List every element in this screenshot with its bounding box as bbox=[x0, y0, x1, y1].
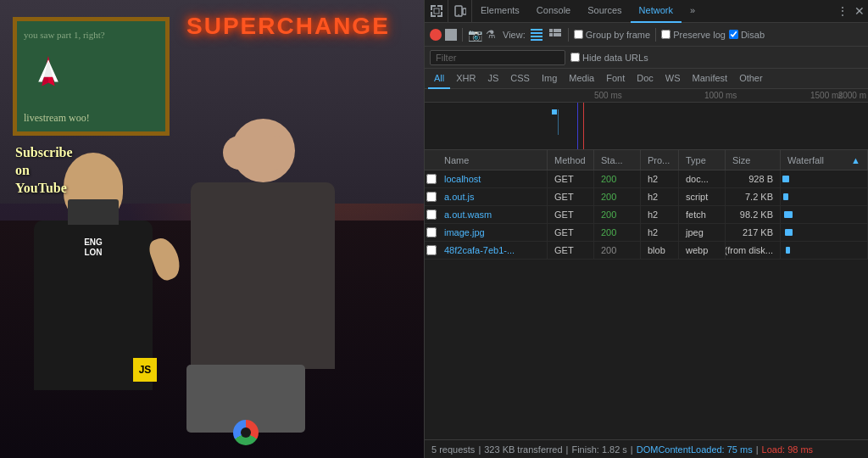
resource-tab-media[interactable]: Media bbox=[563, 69, 600, 89]
timeline-area: 500 ms 1000 ms 1500 ms 2000 m bbox=[425, 89, 868, 150]
svg-rect-16 bbox=[554, 29, 561, 32]
td-name-1: a.out.js bbox=[437, 188, 548, 206]
preserve-log-checkbox[interactable] bbox=[661, 30, 670, 39]
person-right-head bbox=[231, 119, 295, 182]
tab-console[interactable]: Console bbox=[528, 0, 579, 23]
load-line bbox=[583, 103, 584, 150]
resource-tab-manifest[interactable]: Manifest bbox=[687, 69, 734, 89]
status-finish: Finish: 1.82 s bbox=[571, 444, 626, 455]
chalk-livestream: livestream woo! bbox=[24, 112, 90, 125]
wf-bar-0 bbox=[782, 176, 789, 182]
table-header: Name Method Sta... Pro... Type Size Wate… bbox=[425, 150, 868, 170]
hide-data-urls-label[interactable]: Hide data URLs bbox=[570, 53, 648, 63]
filter-bar: Hide data URLs bbox=[425, 47, 868, 69]
tab-more[interactable]: » bbox=[682, 0, 704, 23]
ruler-mark-500: 500 ms bbox=[594, 91, 622, 100]
record-button[interactable] bbox=[430, 29, 442, 41]
status-transferred: 323 KB transferred bbox=[484, 444, 562, 455]
timeline-ruler: 500 ms 1000 ms 1500 ms 2000 m bbox=[425, 89, 868, 103]
td-waterfall-1 bbox=[781, 188, 868, 206]
th-waterfall[interactable]: Waterfall ▲ bbox=[781, 150, 868, 170]
td-method-1: GET bbox=[548, 188, 594, 206]
view-label: View: bbox=[503, 30, 526, 40]
filter-input[interactable] bbox=[430, 50, 565, 65]
row-checkbox-2[interactable] bbox=[426, 209, 437, 220]
disable-cache-checkbox-label[interactable]: Disab bbox=[729, 30, 765, 40]
td-waterfall-3 bbox=[781, 224, 868, 242]
tab-network[interactable]: Network bbox=[631, 0, 682, 23]
view-group-btn[interactable] bbox=[548, 27, 563, 42]
group-by-frame-checkbox[interactable] bbox=[574, 30, 583, 39]
td-name-0: localhost bbox=[437, 170, 548, 188]
subscribe-text: SubscribeonYouTube bbox=[15, 144, 73, 197]
resource-tab-other[interactable]: Other bbox=[733, 69, 769, 89]
row-checkbox-0[interactable] bbox=[426, 174, 437, 184]
td-status-2: 200 bbox=[594, 206, 641, 224]
clear-button[interactable] bbox=[445, 29, 457, 41]
td-waterfall-2 bbox=[781, 206, 868, 224]
td-size-1: 7.2 KB bbox=[726, 188, 781, 206]
disable-cache-checkbox[interactable] bbox=[729, 30, 738, 39]
resource-tab-doc[interactable]: Doc bbox=[631, 69, 659, 89]
timeline-mark bbox=[558, 109, 559, 135]
wf-bar-2 bbox=[784, 211, 793, 218]
devtools-options-icon[interactable]: ⋮ bbox=[834, 3, 851, 20]
td-protocol-0: h2 bbox=[641, 170, 679, 188]
td-status-4: 200 bbox=[594, 242, 641, 260]
row-checkbox-3[interactable] bbox=[426, 227, 437, 237]
tab-sources[interactable]: Sources bbox=[579, 0, 630, 23]
resource-tab-xhr[interactable]: XHR bbox=[450, 69, 481, 89]
chalk-writing: you saw part 1, right? bbox=[17, 21, 165, 49]
preserve-log-checkbox-label[interactable]: Preserve log bbox=[661, 30, 726, 40]
svg-rect-4 bbox=[434, 8, 439, 14]
td-status-3: 200 bbox=[594, 224, 641, 242]
th-name[interactable]: Name bbox=[437, 150, 548, 170]
th-protocol[interactable]: Pro... bbox=[641, 150, 679, 170]
resource-tab-all[interactable]: All bbox=[428, 69, 450, 89]
resource-tab-css[interactable]: CSS bbox=[504, 69, 536, 89]
row-checkbox-4[interactable] bbox=[426, 245, 437, 255]
svg-rect-17 bbox=[549, 33, 553, 36]
td-waterfall-0 bbox=[781, 170, 868, 188]
status-load: Load: 98 ms bbox=[762, 444, 814, 455]
th-size[interactable]: Size bbox=[726, 150, 781, 170]
network-toolbar: 📷 ⚗ View: Group by frame Preserve log Di… bbox=[425, 23, 868, 47]
person-right-hand-on-face bbox=[223, 136, 291, 170]
person-right-torso bbox=[191, 182, 335, 369]
devtools-close-icon[interactable]: ✕ bbox=[851, 3, 868, 20]
filter-icon[interactable]: ⚗ bbox=[486, 28, 496, 41]
td-type-4: webp bbox=[679, 242, 726, 260]
td-protocol-1: h2 bbox=[641, 188, 679, 206]
resource-tab-img[interactable]: Img bbox=[536, 69, 563, 89]
table-row[interactable]: a.out.wasm GET 200 h2 fetch 98.2 KB bbox=[425, 206, 868, 224]
svg-rect-12 bbox=[531, 32, 542, 34]
tab-elements[interactable]: Elements bbox=[472, 0, 528, 23]
view-list-btn[interactable] bbox=[529, 27, 544, 42]
status-dom-content-loaded[interactable]: DOMContentLoaded: 75 ms bbox=[637, 444, 753, 455]
camera-icon[interactable]: 📷 bbox=[468, 28, 482, 42]
svg-rect-13 bbox=[531, 36, 542, 37]
timeline-content bbox=[548, 103, 868, 150]
device-icon[interactable] bbox=[448, 0, 472, 23]
inspect-icon[interactable] bbox=[425, 0, 448, 23]
table-row[interactable]: a.out.js GET 200 h2 script 7.2 KB bbox=[425, 188, 868, 206]
resource-tab-ws[interactable]: WS bbox=[659, 69, 687, 89]
row-checkbox-1[interactable] bbox=[426, 192, 437, 202]
td-size-0: 928 B bbox=[726, 170, 781, 188]
td-type-0: doc... bbox=[679, 170, 726, 188]
th-status[interactable]: Sta... bbox=[594, 150, 641, 170]
th-method[interactable]: Method bbox=[548, 150, 594, 170]
resource-tab-js[interactable]: JS bbox=[481, 69, 504, 89]
th-type[interactable]: Type bbox=[679, 150, 726, 170]
wf-bar-4 bbox=[786, 247, 790, 254]
table-row[interactable]: 48f2cafa-7eb1-... GET 200 blob webp (fro… bbox=[425, 242, 868, 260]
devtools-top-tabs: Elements Console Sources Network » ⋮ ✕ bbox=[425, 0, 868, 23]
timeline-bar-1 bbox=[552, 109, 557, 114]
js-badge: JS bbox=[133, 358, 157, 382]
table-row[interactable]: image.jpg GET 200 h2 jpeg 217 KB bbox=[425, 224, 868, 242]
hide-data-urls-checkbox[interactable] bbox=[570, 53, 580, 62]
table-row[interactable]: localhost GET 200 h2 doc... 928 B bbox=[425, 170, 868, 188]
status-requests: 5 requests bbox=[431, 444, 475, 455]
resource-tab-font[interactable]: Font bbox=[600, 69, 631, 89]
group-by-frame-checkbox-label[interactable]: Group by frame bbox=[574, 30, 650, 40]
